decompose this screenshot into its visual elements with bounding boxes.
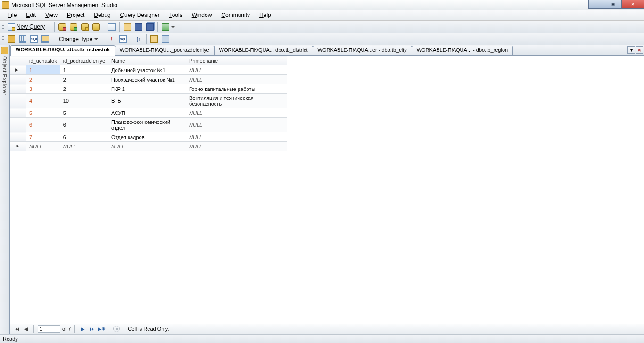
- open-folder-button[interactable]: [122, 22, 132, 32]
- results-grid[interactable]: id_uchastokid_podrazdeleniyeNamePrimecha…: [10, 56, 287, 151]
- cell[interactable]: ВТБ: [108, 94, 186, 108]
- cell[interactable]: 10: [60, 94, 108, 108]
- document-tab[interactable]: WORKABLE-ПК\QU..._podrazdeleniye: [115, 46, 215, 55]
- cell[interactable]: NULL: [186, 65, 287, 75]
- table-row[interactable]: 32ГКР 1Горно-капитальные работы: [10, 84, 287, 94]
- results-pane-button[interactable]: [40, 34, 50, 44]
- cell[interactable]: Планово-экономический отдел: [108, 118, 186, 132]
- save-all-button[interactable]: [145, 22, 155, 32]
- row-header-corner[interactable]: [10, 56, 26, 65]
- criteria-pane-button[interactable]: [17, 34, 28, 44]
- cell[interactable]: NULL: [108, 142, 186, 151]
- cell[interactable]: 4: [26, 94, 60, 108]
- nav-prev-button[interactable]: ◀: [22, 325, 30, 333]
- menu-file[interactable]: File: [3, 10, 21, 20]
- cell[interactable]: Проходческий участок №1: [108, 75, 186, 84]
- cell[interactable]: NULL: [186, 108, 287, 118]
- cell[interactable]: 2: [60, 75, 108, 84]
- document-tab[interactable]: WORKABLE-ПК\QU...dbo.tb_uchastok: [10, 45, 115, 55]
- cell[interactable]: 6: [60, 132, 108, 142]
- column-header[interactable]: id_podrazdeleniye: [60, 56, 108, 65]
- save-button[interactable]: [133, 22, 144, 32]
- cell[interactable]: 3: [26, 84, 60, 94]
- menu-debug[interactable]: Debug: [89, 10, 115, 20]
- cell[interactable]: Вентиляция и техническая безопасность: [186, 94, 287, 108]
- column-header[interactable]: id_uchastok: [26, 56, 60, 65]
- cell[interactable]: ГКР 1: [108, 84, 186, 94]
- open-file-button[interactable]: [107, 22, 117, 32]
- tab-list-button[interactable]: ▾: [627, 46, 635, 54]
- row-header[interactable]: [10, 75, 26, 84]
- nav-new-button[interactable]: ▶✷: [98, 325, 105, 333]
- cell[interactable]: 2: [26, 75, 60, 84]
- activity-monitor-button[interactable]: [160, 22, 171, 32]
- add-derived-table-button[interactable]: [160, 34, 171, 44]
- cell[interactable]: NULL: [186, 142, 287, 151]
- toolbar-grip[interactable]: [2, 23, 4, 31]
- menu-tools[interactable]: Tools: [165, 10, 187, 20]
- db-query-button-4[interactable]: [91, 22, 101, 32]
- row-header[interactable]: [10, 94, 26, 108]
- minimize-button[interactable]: ─: [588, 0, 605, 9]
- nav-first-button[interactable]: ⏮: [13, 325, 20, 333]
- document-tab[interactable]: WORKABLE-ПК\QUA... - dbo.tb_region: [412, 46, 513, 55]
- menu-query-designer[interactable]: Query Designer: [116, 10, 165, 20]
- column-header[interactable]: Primechanie: [186, 56, 287, 65]
- cell[interactable]: 5: [26, 108, 60, 118]
- close-button[interactable]: ✕: [621, 0, 644, 9]
- menu-help[interactable]: Help: [255, 10, 276, 20]
- cell[interactable]: 6: [26, 118, 60, 132]
- column-header[interactable]: Name: [108, 56, 186, 65]
- nav-stop-button[interactable]: [113, 326, 120, 332]
- cell[interactable]: NULL: [26, 142, 60, 151]
- nav-record-input[interactable]: [38, 325, 60, 333]
- toolbar-grip[interactable]: [2, 35, 4, 43]
- db-query-button-3[interactable]: [80, 22, 90, 32]
- menu-project[interactable]: Project: [62, 10, 89, 20]
- row-header[interactable]: [10, 142, 26, 151]
- add-table-button[interactable]: [149, 34, 159, 44]
- document-tab[interactable]: WORKABLE-ПК\QUA... dbo.tb_district: [214, 46, 313, 55]
- db-query-button-2[interactable]: [68, 22, 79, 32]
- tab-close-button[interactable]: ✕: [636, 46, 643, 54]
- cell[interactable]: Отдел кадров: [108, 132, 186, 142]
- db-query-button-1[interactable]: [57, 22, 67, 32]
- cell[interactable]: NULL: [60, 142, 108, 151]
- execute-button[interactable]: !: [107, 34, 117, 44]
- row-header[interactable]: [10, 65, 26, 75]
- nav-next-button[interactable]: ▶: [79, 325, 86, 333]
- cell[interactable]: 7: [26, 132, 60, 142]
- table-row[interactable]: 22Проходческий участок №1NULL: [10, 75, 287, 84]
- cell[interactable]: 5: [60, 108, 108, 118]
- row-header[interactable]: [10, 108, 26, 118]
- cell[interactable]: Добычной участок №1: [108, 65, 186, 75]
- maximize-button[interactable]: ▣: [605, 0, 622, 9]
- menu-window[interactable]: Window: [187, 10, 217, 20]
- cell[interactable]: 1: [26, 65, 60, 75]
- sql-pane-button[interactable]: SQL: [29, 34, 39, 44]
- cell[interactable]: NULL: [186, 118, 287, 132]
- table-row[interactable]: 76Отдел кадровNULL: [10, 132, 287, 142]
- table-row-new[interactable]: NULLNULLNULLNULL: [10, 142, 287, 151]
- new-query-button[interactable]: New Query: [6, 22, 52, 32]
- change-type-button[interactable]: Change Type: [56, 34, 101, 44]
- diagram-pane-button[interactable]: [6, 34, 17, 44]
- document-tab[interactable]: WORKABLE-ПК\QUA...er - dbo.tb_city: [313, 46, 412, 55]
- object-explorer-collapsed[interactable]: Object Explorer: [0, 45, 10, 334]
- cell[interactable]: NULL: [186, 132, 287, 142]
- nav-last-button[interactable]: ⏭: [88, 325, 96, 333]
- table-row[interactable]: 410ВТБВентиляция и техническая безопасно…: [10, 94, 287, 108]
- table-row[interactable]: 55АСУПNULL: [10, 108, 287, 118]
- table-row[interactable]: 11Добычной участок №1NULL: [10, 65, 287, 75]
- verify-sql-button[interactable]: sqL: [118, 34, 128, 44]
- row-header[interactable]: [10, 84, 26, 94]
- row-header[interactable]: [10, 132, 26, 142]
- cell[interactable]: NULL: [186, 75, 287, 84]
- menu-edit[interactable]: Edit: [21, 10, 41, 20]
- cell[interactable]: 6: [60, 118, 108, 132]
- menu-view[interactable]: View: [41, 10, 62, 20]
- row-header[interactable]: [10, 118, 26, 132]
- menu-community[interactable]: Community: [216, 10, 255, 20]
- cell[interactable]: 1: [60, 65, 108, 75]
- table-row[interactable]: 66Планово-экономический отделNULL: [10, 118, 287, 132]
